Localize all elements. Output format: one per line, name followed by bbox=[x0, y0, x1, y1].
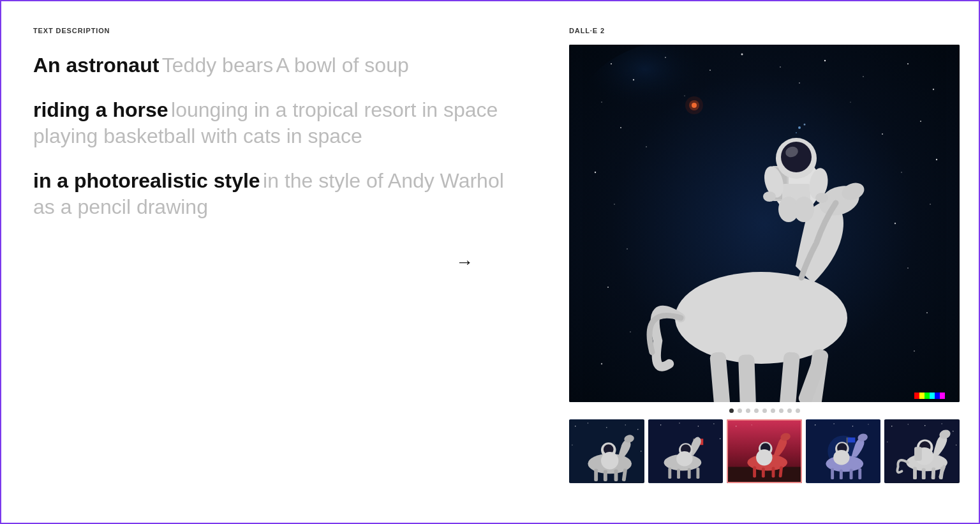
dot-9[interactable] bbox=[796, 408, 800, 413]
svg-point-12 bbox=[601, 101, 602, 103]
svg-point-21 bbox=[799, 82, 800, 84]
svg-point-13 bbox=[620, 127, 621, 128]
svg-point-6 bbox=[741, 54, 743, 56]
main-image[interactable] bbox=[569, 45, 960, 402]
svg-point-20 bbox=[684, 95, 685, 96]
prompt-alt-3a[interactable]: in the style of Andy Warhol bbox=[263, 169, 504, 192]
svg-rect-67 bbox=[935, 393, 940, 399]
svg-point-7 bbox=[780, 66, 781, 68]
svg-point-29 bbox=[601, 363, 602, 364]
dot-3[interactable] bbox=[746, 408, 750, 413]
svg-point-23 bbox=[882, 133, 883, 135]
svg-point-8 bbox=[824, 60, 826, 61]
svg-point-3 bbox=[633, 79, 634, 80]
prompt-block-3: in a photorealistic style in the style o… bbox=[33, 168, 518, 221]
dot-5[interactable] bbox=[762, 408, 767, 413]
thumbnail-3[interactable] bbox=[727, 419, 802, 483]
main-container: TEXT DESCRIPTION An astronaut Teddy bear… bbox=[1, 1, 979, 523]
svg-point-4 bbox=[665, 57, 666, 58]
svg-point-2 bbox=[611, 63, 612, 64]
svg-point-36 bbox=[798, 126, 801, 129]
svg-rect-65 bbox=[924, 393, 930, 399]
prompt-primary-1[interactable]: An astronaut bbox=[33, 54, 159, 77]
svg-rect-64 bbox=[919, 393, 924, 399]
svg-point-60 bbox=[815, 193, 828, 203]
dot-2[interactable] bbox=[738, 408, 742, 413]
svg-point-54 bbox=[781, 142, 812, 172]
svg-point-14 bbox=[646, 146, 647, 147]
svg-point-27 bbox=[607, 287, 609, 288]
dalle-label: DALL·E 2 bbox=[569, 27, 960, 34]
prompt-alt-2a[interactable]: lounging in a tropical resort in space bbox=[171, 98, 498, 121]
prompt-alt-2b[interactable]: playing basketball with cats in space bbox=[33, 124, 362, 147]
svg-point-62 bbox=[794, 197, 814, 222]
svg-point-22 bbox=[850, 101, 850, 102]
svg-point-26 bbox=[627, 248, 628, 250]
svg-point-17 bbox=[920, 121, 921, 122]
svg-point-5 bbox=[709, 70, 711, 71]
svg-point-37 bbox=[804, 124, 806, 126]
right-panel: DALL·E 2 bbox=[550, 1, 979, 523]
svg-point-31 bbox=[926, 312, 928, 313]
svg-point-32 bbox=[914, 350, 915, 352]
svg-point-19 bbox=[930, 204, 931, 205]
svg-point-9 bbox=[863, 76, 864, 77]
dot-7[interactable] bbox=[779, 408, 783, 413]
svg-point-35 bbox=[685, 96, 703, 114]
svg-point-15 bbox=[595, 172, 596, 173]
prompt-block-2: riding a horse lounging in a tropical re… bbox=[33, 97, 518, 150]
prompt-alt-3b[interactable]: as a pencil drawing bbox=[33, 195, 208, 218]
svg-rect-43 bbox=[738, 354, 757, 402]
left-panel: TEXT DESCRIPTION An astronaut Teddy bear… bbox=[1, 1, 550, 523]
svg-rect-63 bbox=[914, 393, 919, 399]
svg-point-30 bbox=[907, 267, 909, 269]
prompt-primary-3[interactable]: in a photorealistic style bbox=[33, 169, 260, 192]
prompt-alt-1a[interactable]: Teddy bears bbox=[162, 54, 273, 77]
thumbnail-1[interactable] bbox=[569, 419, 644, 483]
svg-point-10 bbox=[907, 63, 909, 64]
thumbnail-4[interactable] bbox=[806, 419, 881, 483]
svg-point-25 bbox=[895, 223, 896, 224]
svg-rect-66 bbox=[930, 393, 935, 399]
dot-4[interactable] bbox=[754, 408, 759, 413]
image-dots bbox=[569, 402, 960, 419]
svg-point-18 bbox=[936, 159, 937, 160]
thumbnail-5[interactable] bbox=[884, 419, 960, 483]
prompt-alt-1b[interactable]: A bowl of soup bbox=[276, 54, 409, 77]
svg-point-28 bbox=[630, 331, 631, 333]
thumbnail-2[interactable] bbox=[648, 419, 724, 483]
dot-6[interactable] bbox=[771, 408, 775, 413]
svg-point-38 bbox=[796, 132, 797, 133]
dot-8[interactable] bbox=[787, 408, 792, 413]
svg-point-16 bbox=[614, 204, 615, 205]
text-description-area: An astronaut Teddy bears A bowl of soup … bbox=[33, 52, 518, 497]
svg-rect-68 bbox=[940, 393, 945, 399]
prompt-primary-2[interactable]: riding a horse bbox=[33, 98, 168, 121]
text-description-label: TEXT DESCRIPTION bbox=[33, 27, 518, 34]
svg-point-59 bbox=[763, 191, 776, 202]
svg-point-11 bbox=[933, 89, 934, 90]
svg-point-24 bbox=[901, 172, 902, 173]
arrow-icon[interactable]: → bbox=[456, 252, 473, 273]
generated-scene bbox=[569, 45, 960, 402]
prompt-block-1: An astronaut Teddy bears A bowl of soup bbox=[33, 52, 518, 79]
dot-1[interactable] bbox=[729, 408, 734, 413]
thumbnails-row bbox=[569, 419, 960, 483]
